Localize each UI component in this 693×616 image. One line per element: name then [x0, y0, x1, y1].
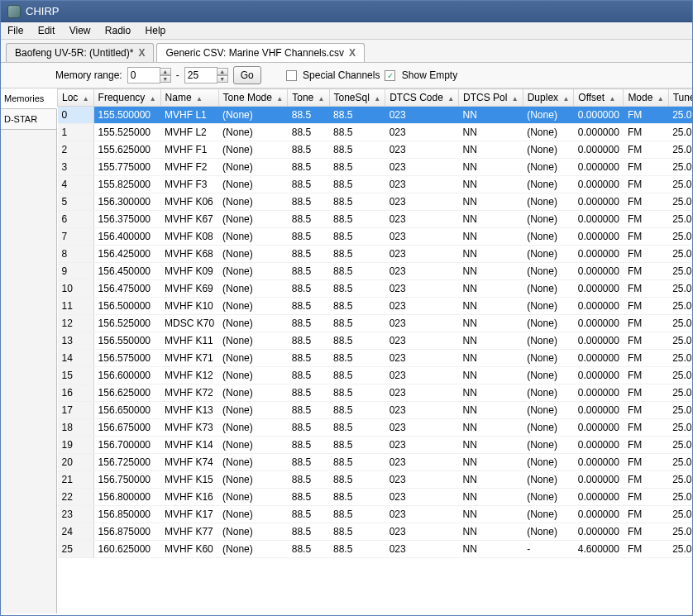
cell[interactable]: 023 — [385, 523, 459, 541]
cell[interactable]: 0.000000 — [574, 141, 624, 159]
cell[interactable]: NN — [459, 159, 523, 176]
table-row[interactable]: 20156.725000MVHF K74(None)88.588.5023NN(… — [58, 454, 693, 471]
cell[interactable]: (None) — [218, 280, 288, 298]
cell[interactable]: 88.5 — [288, 489, 329, 506]
cell[interactable]: NN — [459, 141, 523, 159]
cell[interactable]: 0.000000 — [574, 246, 624, 263]
cell[interactable]: 10 — [58, 280, 94, 298]
table-row[interactable]: 6156.375000MVHF K67(None)88.588.5023NN(N… — [58, 211, 693, 228]
cell[interactable]: MVHF K74 — [160, 454, 218, 471]
cell[interactable]: 0.000000 — [574, 124, 624, 141]
cell[interactable]: 88.5 — [288, 523, 329, 541]
cell[interactable]: 25.0 — [668, 437, 692, 454]
cell[interactable]: 88.5 — [288, 176, 329, 193]
cell[interactable]: (None) — [218, 489, 288, 506]
cell[interactable]: 0.000000 — [574, 489, 624, 506]
cell[interactable]: 156.375000 — [93, 211, 160, 228]
cell[interactable]: FM — [624, 350, 668, 367]
cell[interactable]: 25.0 — [668, 298, 692, 315]
col-dtcs-code[interactable]: DTCS Code ▲ — [385, 89, 459, 107]
cell[interactable]: 88.5 — [288, 124, 329, 141]
cell[interactable]: MVHF F3 — [160, 176, 218, 193]
table-row[interactable]: 8156.425000MVHF K68(None)88.588.5023NN(N… — [58, 246, 693, 263]
cell[interactable]: 88.5 — [329, 159, 385, 176]
cell[interactable]: MVHF L2 — [160, 124, 218, 141]
cell[interactable]: 88.5 — [329, 211, 385, 228]
cell[interactable]: 156.525000 — [93, 315, 160, 332]
table-row[interactable]: 3155.775000MVHF F2(None)88.588.5023NN(No… — [58, 159, 693, 176]
cell[interactable]: 0 — [58, 107, 94, 124]
cell[interactable]: 88.5 — [288, 437, 329, 454]
cell[interactable]: NN — [459, 211, 523, 228]
cell[interactable]: 20 — [58, 454, 94, 471]
cell[interactable]: NN — [459, 541, 523, 558]
cell[interactable]: 155.825000 — [93, 176, 160, 193]
cell[interactable]: (None) — [218, 263, 288, 280]
col-tonesql[interactable]: ToneSql ▲ — [329, 89, 385, 107]
tab-generic-csv[interactable]: Generic CSV: Marine VHF Channels.csv X — [156, 43, 365, 62]
spin-down-icon[interactable]: ▼ — [217, 75, 228, 83]
cell[interactable]: (None) — [523, 489, 574, 506]
cell[interactable]: 88.5 — [329, 437, 385, 454]
cell[interactable]: 88.5 — [288, 193, 329, 211]
cell[interactable]: 023 — [385, 298, 459, 315]
cell[interactable]: 023 — [385, 419, 459, 437]
cell[interactable]: NN — [459, 471, 523, 489]
table-row[interactable]: 14156.575000MVHF K71(None)88.588.5023NN(… — [58, 350, 693, 367]
cell[interactable]: 0.000000 — [574, 315, 624, 332]
special-channels-checkbox[interactable]: Special Channels — [286, 69, 380, 81]
cell[interactable]: 88.5 — [329, 454, 385, 471]
cell[interactable]: MVHF K10 — [160, 298, 218, 315]
table-row[interactable]: 2155.625000MVHF F1(None)88.588.5023NN(No… — [58, 141, 693, 159]
cell[interactable]: 88.5 — [329, 506, 385, 523]
cell[interactable]: (None) — [523, 211, 574, 228]
table-row[interactable]: 18156.675000MVHF K73(None)88.588.5023NN(… — [58, 419, 693, 437]
cell[interactable]: 25.0 — [668, 489, 692, 506]
menu-edit[interactable]: Edit — [38, 25, 55, 36]
cell[interactable]: NN — [459, 315, 523, 332]
cell[interactable]: FM — [624, 454, 668, 471]
spin-down-icon[interactable]: ▼ — [160, 75, 171, 83]
cell[interactable]: MDSC K70 — [160, 315, 218, 332]
cell[interactable]: FM — [624, 506, 668, 523]
cell[interactable]: 25.0 — [668, 315, 692, 332]
cell[interactable]: 88.5 — [288, 263, 329, 280]
cell[interactable]: 156.425000 — [93, 246, 160, 263]
menu-file[interactable]: File — [7, 25, 23, 36]
cell[interactable]: 0.000000 — [574, 523, 624, 541]
cell[interactable]: NN — [459, 228, 523, 246]
sidebar-dstar[interactable]: D-STAR — [1, 109, 56, 130]
cell[interactable]: 88.5 — [329, 350, 385, 367]
cell[interactable]: (None) — [218, 506, 288, 523]
cell[interactable]: 156.700000 — [93, 437, 160, 454]
cell[interactable]: FM — [624, 228, 668, 246]
cell[interactable]: 25.0 — [668, 176, 692, 193]
cell[interactable]: 155.525000 — [93, 124, 160, 141]
cell[interactable]: (None) — [523, 419, 574, 437]
cell[interactable]: 25.0 — [668, 124, 692, 141]
cell[interactable]: 88.5 — [288, 471, 329, 489]
table-row[interactable]: 7156.400000MVHF K08(None)88.588.5023NN(N… — [58, 228, 693, 246]
cell[interactable]: (None) — [523, 298, 574, 315]
cell[interactable]: 0.000000 — [574, 159, 624, 176]
cell[interactable]: (None) — [218, 541, 288, 558]
cell[interactable]: 160.625000 — [93, 541, 160, 558]
cell[interactable]: (None) — [218, 211, 288, 228]
cell[interactable]: 8 — [58, 246, 94, 263]
cell[interactable]: 88.5 — [329, 263, 385, 280]
cell[interactable]: 156.575000 — [93, 350, 160, 367]
cell[interactable]: 0.000000 — [574, 280, 624, 298]
cell[interactable]: 18 — [58, 419, 94, 437]
cell[interactable]: 2 — [58, 141, 94, 159]
cell[interactable]: 88.5 — [329, 298, 385, 315]
cell[interactable]: 88.5 — [329, 246, 385, 263]
cell[interactable]: 0.000000 — [574, 419, 624, 437]
cell[interactable]: NN — [459, 176, 523, 193]
cell[interactable]: 19 — [58, 437, 94, 454]
cell[interactable]: (None) — [523, 176, 574, 193]
col-name[interactable]: Name ▲ — [160, 89, 218, 107]
range-to-input[interactable] — [184, 67, 217, 84]
cell[interactable]: FM — [624, 124, 668, 141]
cell[interactable]: (None) — [523, 437, 574, 454]
cell[interactable]: 156.625000 — [93, 384, 160, 402]
